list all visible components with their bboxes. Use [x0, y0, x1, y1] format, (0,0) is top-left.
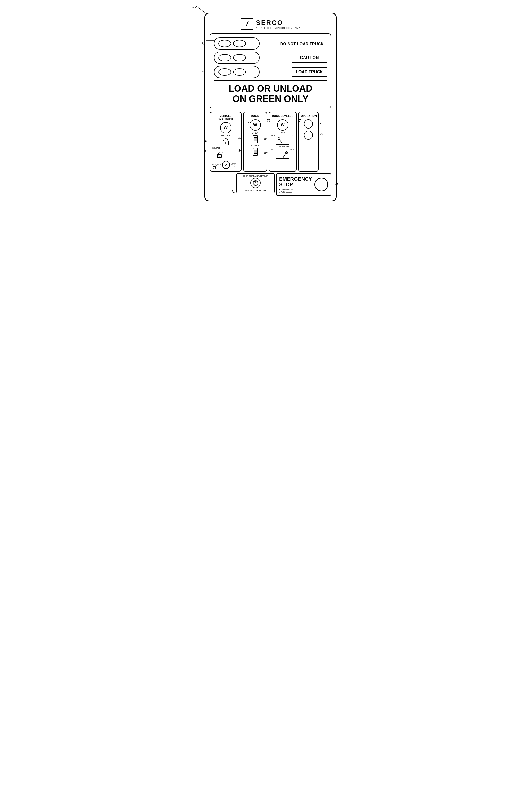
connector-70a [191, 5, 221, 18]
door-open-button[interactable]: W [250, 119, 261, 131]
emergency-stop-button[interactable] [315, 178, 328, 191]
ref-label-84: 84 [239, 149, 242, 153]
up-label: UP [291, 134, 294, 136]
lip-lever-svg [274, 151, 291, 160]
ref-label-83: 83 [239, 136, 242, 140]
logo-slash-icon: / [246, 20, 248, 28]
engage-label: ENGAGE [212, 134, 239, 137]
emergency-stop-panel: EMERGENCY STOP ● Push in to stop ● Pull … [276, 173, 331, 196]
auto-override-knob[interactable] [222, 161, 230, 169]
equipment-selector-knob[interactable] [251, 178, 260, 188]
release-section: RELEASE 82 [212, 147, 239, 158]
door-switch-close: 84 [245, 148, 265, 156]
raise-lever-section: 85 [271, 137, 294, 146]
dock-raise-button[interactable]: W [277, 119, 288, 131]
diagram-container: 70a / SERCO A UNITED DOMINION COMPANY 65 [191, 5, 336, 201]
emergency-text-block: EMERGENCY STOP ● Push in to stop ● Pull … [279, 176, 312, 193]
emergency-pull-label: ● Pull to release [279, 191, 312, 193]
ref-label-74: 74 [334, 183, 338, 186]
logo-box: / [241, 18, 254, 30]
indicator-row-66: 66 CAUTION [214, 52, 327, 64]
dock-leveler-panel: DOCK LEVELER W 77 RAISE OUT UP [269, 112, 297, 172]
open-label: OPEN [245, 132, 265, 134]
display-panel: 65 DO NOT LOAD TRUCK 66 [210, 33, 331, 108]
door-switch-handle-open [254, 137, 257, 141]
ref-label-73: 73 [320, 133, 323, 136]
main-message: LOAD OR UNLOAD ON GREEN ONLY [214, 80, 327, 104]
label-dot-auto: ● [216, 165, 217, 166]
connector-66 [206, 55, 215, 55]
main-message-text: LOAD OR UNLOAD ON GREEN ONLY [214, 83, 327, 104]
selector-knob-inner [253, 180, 258, 186]
equipment-selector-label: EQUIPMENT SELECTOR [239, 189, 272, 191]
op-circle-72[interactable] [304, 119, 313, 129]
door-label: DOOR [245, 115, 265, 117]
door-button-section: W 76 [245, 119, 265, 131]
emergency-stop-wrapper: EMERGENCY STOP ● Push in to stop ● Pull … [276, 173, 331, 196]
controls-section: VEHICLE RESTRAINT W 75 ENGAGE [210, 112, 331, 172]
light-oval-65-2 [233, 40, 246, 47]
override-label: OVER-RIDE [231, 163, 239, 166]
ref-label-86: 86 [264, 152, 268, 155]
connector-65 [206, 41, 215, 41]
out-label: OUT [271, 134, 275, 136]
company-subtitle: A UNITED DOMINION COMPANY [256, 27, 301, 29]
knob-indicator [225, 164, 227, 166]
connector-67 [206, 69, 215, 70]
selector-knob-svg [253, 181, 258, 186]
company-name: SERCO [256, 19, 301, 27]
close-label: CLOSE [245, 144, 265, 147]
vehicle-restraint-panel: VEHICLE RESTRAINT W 75 ENGAGE [210, 112, 241, 172]
override-section: OVER-RIDE ● [231, 163, 239, 167]
status-caution: CAUTION [291, 53, 327, 62]
dock-button-section: W 77 [271, 119, 294, 131]
door-panel: DOOR W 76 OPEN 83 CLOSE [243, 112, 267, 172]
svg-line-0 [197, 7, 206, 13]
ref-label-81: 81 [204, 140, 208, 143]
dock-leveler-label: DOCK LEVELER [271, 115, 294, 117]
lock-icon [212, 139, 239, 145]
ref-label-78: 78 [213, 166, 216, 170]
indicator-section: 65 DO NOT LOAD TRUCK 66 [214, 38, 327, 104]
ref-label-65: 65 [201, 42, 205, 46]
indicator-lights-67 [214, 66, 259, 78]
ref-label-82: 82 [204, 149, 208, 153]
emergency-title: EMERGENCY STOP [279, 176, 312, 187]
door-switch-open-control[interactable] [253, 135, 257, 143]
indicator-row-65: 65 DO NOT LOAD TRUCK [214, 38, 327, 49]
indicator-lights-66 [214, 52, 259, 64]
vehicle-restraint-label: VEHICLE RESTRAINT [212, 115, 239, 120]
light-oval-67-2 [233, 69, 246, 76]
ref-label-72: 72 [320, 121, 323, 125]
release-label: RELEASE [212, 147, 239, 149]
engage-section: W 75 [212, 122, 239, 133]
op-circle-73[interactable] [304, 131, 313, 140]
lip-lever-section: 86 [271, 151, 294, 160]
indicator-row-67: 67 LOAD TRUCK [214, 66, 327, 78]
lip-sublabels: LIP OUT [271, 148, 294, 150]
panel-header: / SERCO A UNITED DOMINION COMPANY [210, 18, 331, 30]
operation-panel: OPERATION 72 73 [298, 112, 318, 172]
out2-label: OUT [290, 148, 294, 150]
door-switch-close-control[interactable] [253, 148, 257, 156]
status-do-not-load: DO NOT LOAD TRUCK [277, 39, 327, 48]
emergency-push-label: ● Push in to stop [279, 188, 312, 190]
logo-text-block: SERCO A UNITED DOMINION COMPANY [256, 19, 301, 29]
label-dot-override: ● [235, 166, 236, 167]
selector-label-top: DOOR RESTRAINT● LEVELER [239, 175, 272, 177]
op-circle-73-wrapper: 73 [301, 131, 316, 140]
operation-label: OPERATION [301, 115, 316, 117]
ref-label-67: 67 [201, 70, 205, 74]
raise-label: RAISE [271, 132, 294, 134]
light-oval-66-2 [233, 54, 246, 61]
engage-button[interactable]: W [220, 122, 231, 133]
light-oval-67-1 [219, 69, 231, 76]
door-switch-handle-close [254, 150, 257, 154]
status-load-truck: LOAD TRUCK [291, 67, 327, 77]
lock-shackle [224, 139, 228, 141]
lock-section: 81 [212, 139, 239, 145]
auto-override-row: AUTOMATIC ● OVER-RIDE ● [212, 161, 239, 169]
ref-label-71: 71 [231, 190, 235, 193]
unlock-icon [216, 150, 239, 158]
restraint-lower: AUTOMATIC ● OVER-RIDE ● 78 [212, 158, 239, 169]
